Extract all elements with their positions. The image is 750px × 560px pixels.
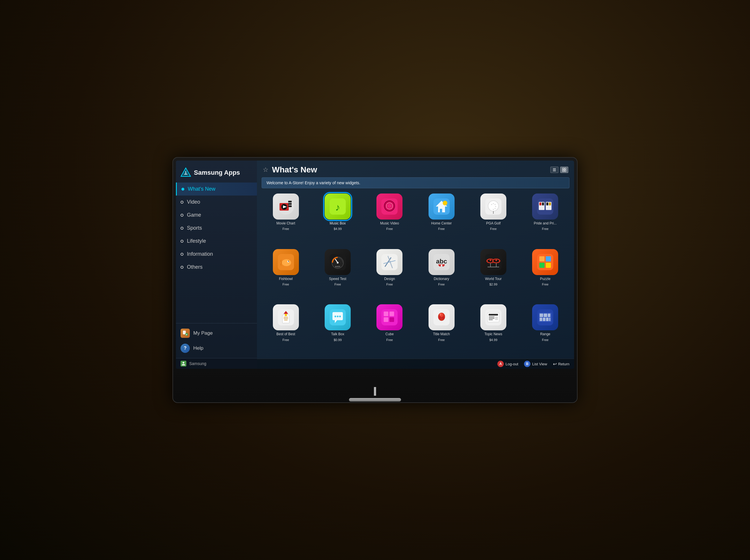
sidebar-item-my-page[interactable]: P My Page <box>176 326 257 341</box>
app-icon-pga-golf <box>480 194 506 220</box>
app-name-music-box: Music Box <box>330 221 346 225</box>
svg-point-82 <box>285 314 287 316</box>
app-icon-music-box: ♪ <box>325 194 351 220</box>
list-view-toggle-btn[interactable] <box>550 167 558 173</box>
svg-point-89 <box>339 316 341 317</box>
welcome-text: Welcome to A-Store! Enjoy a variety of n… <box>267 180 360 185</box>
app-pride[interactable]: Pride and Pri... Free <box>521 194 569 245</box>
list-view-button[interactable]: B List View <box>524 361 547 367</box>
nav-items-list: What's New Video Game Spor <box>176 182 257 321</box>
svg-rect-43 <box>539 202 541 205</box>
ui-container: Samsung Apps What's New Video <box>176 161 574 369</box>
svg-point-39 <box>493 209 494 210</box>
view-toggle <box>550 167 568 173</box>
svg-point-87 <box>335 316 336 317</box>
svg-text:km/h: km/h <box>335 265 340 268</box>
app-best-of-best[interactable]: Best of Best Free <box>261 304 310 356</box>
app-fishbowl[interactable]: Fishbowl Free <box>261 249 310 301</box>
app-name-speed-test: Speed Test <box>329 277 347 281</box>
app-cube[interactable]: Cube Free <box>366 304 414 356</box>
sidebar-item-help[interactable]: ? Help <box>176 341 257 356</box>
sidebar-item-game[interactable]: Game <box>176 208 257 222</box>
a-button-badge: A <box>497 361 504 367</box>
app-topic-news[interactable]: Topic News $4.99 <box>469 304 517 356</box>
sidebar-header: Samsung Apps <box>176 165 257 182</box>
app-name-music-video: Music Video <box>380 221 399 225</box>
app-talk-box[interactable]: Talk Box $0.99 <box>313 304 362 356</box>
sidebar-item-whats-new[interactable]: What's New <box>176 182 257 196</box>
svg-point-38 <box>494 208 496 209</box>
svg-rect-78 <box>539 263 545 268</box>
svg-rect-85 <box>284 320 288 320</box>
sidebar-item-others[interactable]: Others <box>176 261 257 274</box>
app-icon-pride <box>532 194 558 220</box>
app-name-fishbowl: Fishbowl <box>279 277 293 281</box>
svg-rect-116 <box>549 318 550 321</box>
svg-rect-44 <box>542 202 544 205</box>
app-icon-best-of-best <box>273 304 299 330</box>
svg-rect-114 <box>543 318 546 321</box>
app-music-video[interactable]: Music Video Free <box>366 194 414 245</box>
svg-rect-115 <box>546 318 549 321</box>
app-music-box[interactable]: ♪ Music Box $4.99 <box>313 194 362 245</box>
app-puzzle[interactable]: Puzzle Free <box>521 249 569 301</box>
svg-rect-12 <box>565 168 566 169</box>
app-name-cube: Cube <box>386 332 394 336</box>
nav-dot-video <box>181 201 183 204</box>
app-range[interactable]: Range Free <box>521 304 569 356</box>
app-name-pride: Pride and Pri... <box>534 221 557 225</box>
tv-screen: Samsung Apps What's New Video <box>176 161 574 369</box>
app-pga-golf[interactable]: PGA Golf Free <box>469 194 517 245</box>
app-icon-movie-chart <box>273 194 299 220</box>
app-icon-design <box>376 249 402 275</box>
svg-point-98 <box>439 313 441 316</box>
page-header: ☆ What's New <box>257 161 574 177</box>
logout-button[interactable]: A Log-out <box>497 361 518 367</box>
app-price-music-box: $4.99 <box>334 227 342 231</box>
app-movie-chart[interactable]: Movie Chart Free <box>261 194 310 245</box>
app-price-puzzle: Free <box>542 283 549 286</box>
nav-dot-game <box>181 214 183 217</box>
app-icon-title-match <box>429 304 455 330</box>
svg-point-34 <box>491 204 492 205</box>
sidebar: Samsung Apps What's New Video <box>176 161 257 369</box>
svg-rect-93 <box>390 312 394 316</box>
sidebar-item-sports[interactable]: Sports <box>176 222 257 235</box>
app-name-movie-chart: Movie Chart <box>276 221 295 225</box>
user-label: Samsung <box>189 361 206 366</box>
app-name-puzzle: Puzzle <box>540 277 550 281</box>
svg-rect-47 <box>549 202 551 205</box>
svg-rect-14 <box>565 170 566 172</box>
tv-frame: Samsung Apps What's New Video <box>173 157 577 403</box>
nav-label-others: Others <box>187 264 202 270</box>
app-icon-world-tour <box>480 249 506 275</box>
app-price-speed-test: Free <box>335 283 341 286</box>
app-price-best-of-best: Free <box>282 338 289 342</box>
nav-label-lifestyle: Lifestyle <box>187 238 206 244</box>
tv-stand <box>346 387 404 403</box>
nav-label-sports: Sports <box>187 225 202 231</box>
bottom-bar: A Log-out B List View ↩ Return <box>257 359 574 369</box>
sidebar-item-information[interactable]: Information <box>176 247 257 261</box>
app-title-match[interactable]: Title Match Free <box>417 304 466 356</box>
app-design[interactable]: Design Free <box>366 249 414 301</box>
app-price-world-tour: $2.99 <box>489 283 497 286</box>
app-icon-dictionary: abc <box>429 249 455 275</box>
grid-view-toggle-btn[interactable] <box>560 167 568 173</box>
app-dictionary[interactable]: abc Dictionary Free <box>417 249 466 301</box>
page-title: What's New <box>272 165 317 175</box>
sidebar-item-lifestyle[interactable]: Lifestyle <box>176 235 257 247</box>
svg-rect-30 <box>440 209 442 212</box>
app-price-pga-golf: Free <box>490 227 497 231</box>
return-button[interactable]: ↩ Return <box>553 361 569 367</box>
app-price-pride: Free <box>542 227 549 231</box>
sidebar-item-video[interactable]: Video <box>176 196 257 208</box>
svg-rect-94 <box>390 317 394 322</box>
svg-point-88 <box>337 316 338 317</box>
svg-rect-90 <box>381 309 398 325</box>
app-home-center[interactable]: Home Center Free <box>417 194 466 245</box>
app-speed-test[interactable]: km/h Speed Test Free <box>313 249 362 301</box>
app-world-tour[interactable]: World Tour $2.99 <box>469 249 517 301</box>
svg-rect-83 <box>283 317 288 318</box>
svg-text:abc: abc <box>436 258 447 265</box>
